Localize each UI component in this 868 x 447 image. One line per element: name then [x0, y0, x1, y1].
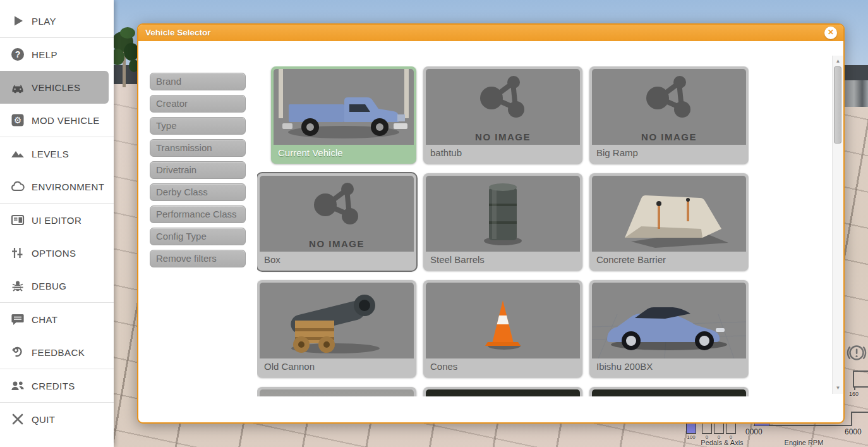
- quit-icon: [9, 412, 26, 427]
- vehicle-thumbnail-barrier: [592, 176, 746, 252]
- close-button[interactable]: ✕: [824, 27, 837, 39]
- sidebar-item-label: PLAY: [32, 16, 56, 27]
- vehicle-card-partial-1[interactable]: [257, 387, 416, 396]
- filter-button-derby-class[interactable]: Derby Class: [150, 183, 246, 201]
- sidebar-item-mod-vehicle[interactable]: ⚙ MOD VEHICLE: [0, 104, 114, 137]
- vehicle-card-concrete-barrier[interactable]: Concrete Barrier: [589, 173, 749, 271]
- sidebar-item-label: UI EDITOR: [32, 215, 81, 226]
- sidebar-item-label: CREDITS: [32, 381, 75, 391]
- filter-button-remove-filters[interactable]: Remove filters: [150, 250, 246, 267]
- no-image-placeholder: NO IMAGE: [260, 176, 414, 252]
- help-icon: ?: [9, 47, 26, 62]
- vehicle-thumbnail-pickup: [274, 69, 414, 145]
- vehicle-card-old-cannon[interactable]: Old Cannon: [257, 280, 416, 377]
- vehicle-list-scrollbar[interactable]: ▲ ▼: [832, 56, 843, 394]
- vehicle-thumbnail-barrel: [426, 176, 580, 252]
- vehicle-card-bathtub[interactable]: NO IMAGE bathtub: [423, 66, 582, 164]
- vehicle-thumbnail-partial: [592, 389, 746, 396]
- sidebar-item-label: LEVELS: [32, 149, 69, 159]
- main-menu-sidebar: PLAY ? HELP VEHICLES ⚙ MOD VEHICLE LEVEL…: [0, 0, 114, 447]
- filter-panel: Brand Creator Type Transmission Drivetra…: [150, 73, 246, 272]
- sidebar-item-label: FEEDBACK: [32, 347, 85, 358]
- speedometer-gauge-partial: [853, 370, 868, 388]
- dialog-title: Vehicle Selector: [138, 25, 843, 40]
- levels-icon: [9, 146, 26, 161]
- sidebar-item-vehicles[interactable]: VEHICLES: [0, 71, 109, 104]
- no-image-text: NO IMAGE: [260, 238, 414, 249]
- palm-tree: [112, 24, 138, 90]
- sidebar-item-play[interactable]: PLAY: [0, 4, 114, 37]
- vehicle-card-current-vehicle[interactable]: Current Vehicle: [271, 66, 416, 164]
- sidebar-item-label: QUIT: [32, 414, 55, 425]
- vehicle-card-ibishu-200bx[interactable]: Ibishu 200BX: [589, 280, 749, 377]
- options-icon: [9, 245, 26, 260]
- vehicle-thumbnail-cannon: [260, 283, 414, 358]
- filter-button-performance-class[interactable]: Performance Class: [150, 205, 246, 223]
- filter-button-type[interactable]: Type: [150, 117, 246, 135]
- no-image-icon: [474, 74, 532, 123]
- no-image-text: NO IMAGE: [592, 132, 746, 142]
- filter-button-creator[interactable]: Creator: [150, 95, 246, 113]
- filter-button-drivetrain[interactable]: Drivetrain: [150, 161, 246, 179]
- sidebar-item-ui-editor[interactable]: UI EDITOR: [0, 204, 114, 236]
- environment-icon: [9, 179, 26, 194]
- vehicle-card-partial-2[interactable]: [423, 387, 582, 396]
- rpm-gauge-end-box: [851, 412, 868, 426]
- rpm-gauge-title: Engine RPM: [752, 439, 856, 446]
- dialog-header[interactable]: Vehicle Selector ✕: [138, 25, 843, 41]
- scrollbar-thumb[interactable]: [834, 66, 841, 144]
- scroll-up-arrow-icon[interactable]: ▲: [833, 57, 843, 66]
- vehicle-name: Steel Barrels: [426, 252, 580, 268]
- sidebar-item-label: MOD VEHICLE: [32, 115, 100, 126]
- close-icon: ✕: [828, 28, 834, 37]
- vehicle-card-big-ramp[interactable]: NO IMAGE Big Ramp: [589, 66, 749, 164]
- mod-vehicle-icon: ⚙: [9, 113, 26, 128]
- vehicle-name: bathtub: [426, 145, 580, 161]
- vehicle-thumbnail-coupe: [592, 283, 746, 358]
- sidebar-item-credits[interactable]: CREDITS: [0, 369, 114, 402]
- vehicle-grid: Current Vehicle NO IMAGE bathtub: [257, 66, 749, 396]
- vehicle-name: Cones: [426, 358, 580, 375]
- sidebar-item-label: CHAT: [32, 314, 57, 325]
- vehicle-card-partial-3[interactable]: [589, 387, 749, 396]
- vehicle-thumbnail-partial: [426, 389, 580, 396]
- no-image-text: NO IMAGE: [426, 132, 580, 142]
- vehicle-name: Concrete Barrier: [592, 252, 746, 268]
- sidebar-item-chat[interactable]: CHAT: [0, 303, 114, 336]
- svg-text:⚙: ⚙: [14, 115, 22, 125]
- sidebar-item-help[interactable]: ? HELP: [0, 38, 114, 71]
- feedback-icon: [9, 345, 26, 360]
- sidebar-item-environment[interactable]: ENVIRONMENT: [0, 170, 114, 203]
- sidebar-item-levels[interactable]: LEVELS: [0, 137, 114, 170]
- filter-button-config-type[interactable]: Config Type: [150, 228, 246, 245]
- scroll-down-arrow-icon[interactable]: ▼: [833, 384, 843, 393]
- vehicle-name: Old Cannon: [260, 358, 414, 375]
- chat-icon: [9, 312, 26, 327]
- sidebar-item-label: HELP: [32, 49, 57, 60]
- ui-editor-icon: [9, 212, 26, 228]
- no-image-placeholder: NO IMAGE: [426, 69, 580, 145]
- sidebar-item-quit[interactable]: QUIT: [0, 403, 114, 436]
- debug-icon: [9, 278, 26, 293]
- sidebar-item-feedback[interactable]: FEEDBACK: [0, 336, 114, 369]
- vehicle-grid-viewport: Current Vehicle NO IMAGE bathtub: [257, 66, 749, 396]
- filter-button-brand[interactable]: Brand: [150, 73, 246, 90]
- brake-warning-icon: [846, 342, 867, 364]
- no-image-icon: [640, 74, 698, 123]
- sidebar-item-label: ENVIRONMENT: [32, 181, 104, 192]
- sidebar-item-label: VEHICLES: [32, 82, 80, 93]
- vehicle-name: Ibishu 200BX: [592, 358, 746, 375]
- vehicle-card-steel-barrels[interactable]: Steel Barrels: [423, 173, 582, 271]
- svg-text:?: ?: [15, 49, 21, 59]
- vehicle-name: Current Vehicle: [274, 145, 414, 161]
- rpm-max-label: 6000: [845, 427, 862, 436]
- sidebar-item-options[interactable]: OPTIONS: [0, 236, 114, 269]
- sidebar-item-label: OPTIONS: [32, 248, 76, 259]
- pedals-axis-title: Pedals & Axis: [687, 439, 757, 446]
- parked-cars-strip: [845, 80, 868, 107]
- vehicle-card-box[interactable]: NO IMAGE Box: [257, 173, 416, 271]
- vehicle-thumbnail-partial: [260, 389, 414, 396]
- filter-button-transmission[interactable]: Transmission: [150, 139, 246, 157]
- sidebar-item-debug[interactable]: DEBUG: [0, 269, 114, 302]
- vehicle-card-cones[interactable]: Cones: [423, 280, 582, 377]
